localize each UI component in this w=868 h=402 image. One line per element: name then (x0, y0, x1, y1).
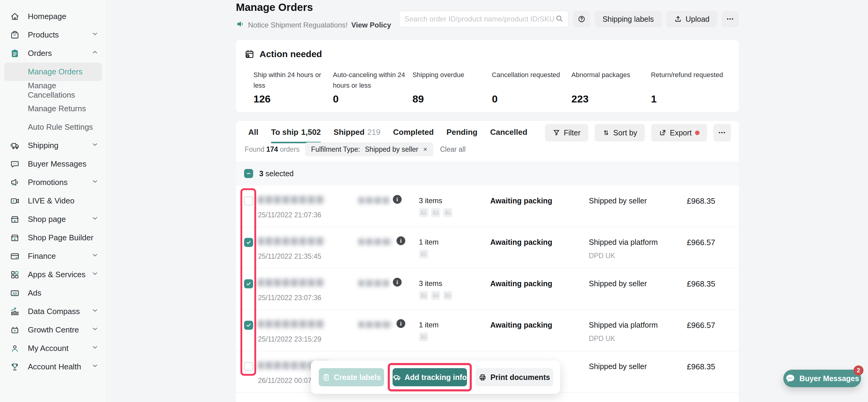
sidebar-item-manage-orders[interactable]: Manage Orders (4, 63, 102, 81)
product-thumb-icon[interactable] (419, 332, 428, 341)
order-id-redacted (258, 237, 324, 245)
order-id-redacted (258, 196, 324, 204)
chevron-down-icon (91, 362, 99, 371)
order-row-3[interactable]: 25/11/2022 23:07:36 i 3 items Awaiting p… (236, 268, 739, 310)
sidebar-item-shop-page[interactable]: Shop page (0, 210, 106, 229)
buyer-name-redacted (359, 321, 392, 328)
search-icon[interactable] (555, 14, 563, 24)
product-thumb-icon[interactable] (431, 291, 440, 300)
order-row-1[interactable]: 25/11/2022 21:07:36 i 3 items Awaiting p… (236, 186, 739, 227)
order-row-2[interactable]: 25/11/2022 21:35:45 i 1 item Awaiting pa… (236, 227, 739, 268)
add-tracking-info-button[interactable]: Add tracking info (393, 368, 467, 386)
print-documents-button[interactable]: Print documents (475, 368, 553, 386)
sidebar-item-live-video[interactable]: LIVE & Video (0, 192, 106, 210)
order-status: Awaiting packing (490, 321, 552, 330)
sort-by-button[interactable]: Sort by (595, 124, 645, 141)
sidebar-item-manage-cancellations[interactable]: Manage Cancellations (4, 81, 102, 99)
sort-icon (602, 129, 610, 137)
sidebar-item-my-account[interactable]: My Account (0, 339, 106, 358)
row-checkbox[interactable] (244, 321, 253, 330)
info-icon[interactable]: i (397, 236, 405, 245)
stat-abnormal-packages[interactable]: Abnormal packages 223 (571, 69, 651, 105)
sidebar-item-products[interactable]: Products (0, 26, 106, 44)
upload-button[interactable]: Upload (666, 11, 717, 27)
search-box[interactable] (399, 11, 568, 27)
action-needed-card: Action needed Ship within 24 hours or le… (236, 40, 739, 112)
stat-return-refund[interactable]: Return/refund requested 1 (651, 69, 731, 105)
info-icon[interactable]: i (397, 319, 405, 328)
product-thumb-icon[interactable] (443, 208, 453, 217)
row-checkbox[interactable] (244, 279, 253, 288)
search-input[interactable] (404, 15, 555, 23)
select-all-checkbox[interactable] (244, 169, 253, 178)
shipping-labels-button[interactable]: Shipping labels (595, 11, 662, 27)
view-policy-link[interactable]: View Policy (351, 21, 391, 29)
product-thumb-icon[interactable] (419, 291, 428, 300)
buyer-name-redacted (359, 280, 389, 287)
page-header: Manage Orders Notice Shipment Regualatio… (236, 0, 739, 40)
product-thumb-icon[interactable] (419, 208, 428, 217)
order-total: £968.35 (687, 362, 715, 371)
tab-all[interactable]: All (248, 121, 258, 143)
tab-completed[interactable]: Completed (393, 121, 434, 143)
sidebar-item-auto-rule-settings[interactable]: Auto Rule Settings (4, 118, 102, 136)
items-count: 1 item (419, 321, 438, 329)
product-thumb-icon[interactable] (419, 249, 428, 259)
row-checkbox[interactable] (244, 197, 253, 205)
sidebar-item-manage-returns[interactable]: Manage Returns (4, 99, 102, 118)
sidebar-item-promotions[interactable]: Promotions (0, 173, 106, 192)
action-needed-stats: Ship within 24 hours or less 126 Auto-ca… (244, 69, 731, 105)
info-icon[interactable]: i (393, 278, 402, 287)
trophy-icon (10, 362, 20, 372)
product-thumb-icon[interactable] (431, 208, 440, 217)
row-checkbox[interactable] (244, 362, 253, 371)
info-icon[interactable]: i (393, 195, 402, 204)
fulfilment-type-chip[interactable]: Fulfilment Type: Shipped by seller × (305, 142, 433, 156)
chip-close-icon[interactable]: × (423, 145, 427, 154)
export-notification-dot (695, 131, 700, 135)
chevron-down-icon (91, 325, 99, 335)
sidebar-item-shipping[interactable]: Shipping (0, 136, 106, 155)
items-count: 3 items (419, 279, 442, 288)
export-button[interactable]: Export (651, 124, 707, 141)
chat-bubble-icon (10, 159, 20, 169)
sidebar-item-account-health[interactable]: Account Health (0, 358, 106, 376)
sidebar: Homepage Products Orders Manage Orders M… (0, 0, 107, 402)
order-row-4[interactable]: 25/11/2022 23:15:29 i 1 item Awaiting pa… (236, 310, 739, 351)
stat-cancellation-requested[interactable]: Cancellation requested 0 (492, 69, 571, 105)
chevron-down-icon (91, 252, 99, 261)
create-labels-button[interactable]: Create labels (319, 368, 384, 386)
analytics-bars-icon (10, 306, 20, 317)
sidebar-item-buyer-messages[interactable]: Buyer Messages (0, 155, 106, 173)
tab-to-ship[interactable]: To ship1,502 (271, 121, 321, 143)
notice-bar: Notice Shipment Regualations! View Polic… (236, 20, 391, 30)
stat-auto-canceling[interactable]: Auto-canceling within 24 hours or less 0 (333, 69, 412, 105)
sidebar-item-growth-centre[interactable]: Growth Centre (0, 321, 106, 339)
stat-ship-within-24h[interactable]: Ship within 24 hours or less 126 (253, 69, 333, 105)
product-thumbnails (419, 332, 428, 341)
sidebar-item-orders[interactable]: Orders (0, 44, 106, 63)
tab-shipped[interactable]: Shipped219 (334, 121, 380, 143)
header-more-button[interactable]: ••• (722, 11, 739, 27)
tab-cancelled[interactable]: Cancelled (490, 121, 527, 143)
sidebar-item-data-compass[interactable]: Data Compass (0, 302, 106, 321)
help-button[interactable] (573, 11, 590, 27)
sidebar-item-shop-page-builder[interactable]: Shop Page Builder (0, 229, 106, 247)
fulfillment-type: Shipped by seller (589, 279, 647, 288)
sidebar-item-homepage[interactable]: Homepage (0, 7, 106, 26)
sidebar-item-ads[interactable]: AD Ads (0, 284, 106, 302)
toolbar-more-button[interactable]: ••• (713, 124, 731, 141)
clear-all-link[interactable]: Clear all (440, 145, 465, 154)
chevron-down-icon (91, 214, 99, 224)
stat-shipping-overdue[interactable]: Shipping overdue 89 (412, 69, 492, 105)
sidebar-item-finance[interactable]: Finance (0, 247, 106, 265)
orders-card: All To ship1,502 Shipped219 Completed Pe… (236, 121, 739, 402)
filter-button[interactable]: Filter (545, 124, 588, 141)
product-thumb-icon[interactable] (443, 291, 453, 300)
row-checkbox[interactable] (244, 238, 253, 247)
fulfillment-type: Shipped by seller (589, 197, 647, 205)
tab-pending[interactable]: Pending (446, 121, 477, 143)
buyer-messages-button[interactable]: Buyer Messages 2 (783, 370, 861, 387)
fulfillment-type: Shipped by seller (589, 362, 647, 371)
sidebar-item-apps-services[interactable]: Apps & Services (0, 265, 106, 284)
